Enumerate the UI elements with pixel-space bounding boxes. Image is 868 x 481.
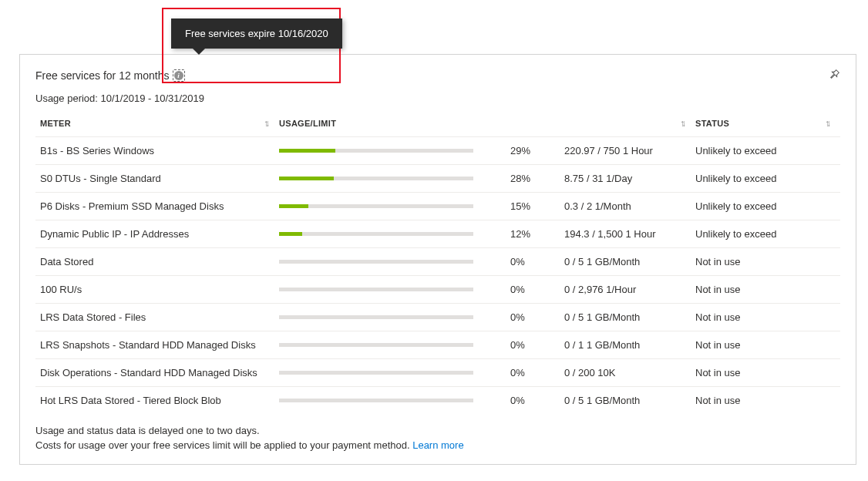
info-icon[interactable]: i [173, 69, 185, 82]
cell-usage-bar [279, 260, 510, 264]
table-row: LRS Snapshots - Standard HDD Managed Dis… [35, 331, 840, 358]
cell-limit: 0 / 5 1 GB/Month [564, 256, 695, 267]
header-meter[interactable]: METER ↑↓ [35, 118, 279, 129]
header-usage[interactable]: USAGE/LIMIT [279, 118, 510, 129]
header-meter-label: METER [40, 119, 71, 128]
cell-usage-bar [279, 177, 510, 180]
cell-pct: 0% [510, 367, 564, 378]
progress-track [279, 343, 473, 347]
cell-limit: 0.3 / 2 1/Month [564, 200, 695, 212]
title-group: Free services for 12 months i [35, 69, 185, 82]
progress-track [279, 288, 473, 291]
header-status-label: STATUS [695, 119, 729, 128]
cell-limit: 220.97 / 750 1 Hour [564, 145, 695, 156]
progress-track [279, 399, 473, 402]
header-usage-label: USAGE/LIMIT [279, 119, 336, 128]
progress-track [279, 204, 473, 208]
sort-icon: ↑↓ [825, 118, 828, 129]
cell-usage-bar [279, 371, 510, 375]
cell-status: Unlikely to exceed [695, 228, 840, 240]
progress-track [279, 371, 473, 375]
cell-limit: 0 / 5 1 GB/Month [564, 311, 695, 323]
table-row: Dynamic Public IP - IP Addresses12%194.3… [35, 220, 840, 247]
cell-status: Not in use [695, 311, 840, 323]
pin-icon[interactable] [829, 69, 840, 82]
table-row: P6 Disks - Premium SSD Managed Disks15%0… [35, 192, 840, 220]
cell-status: Unlikely to exceed [695, 200, 840, 212]
cell-usage-bar [279, 288, 510, 291]
cell-pct: 12% [510, 228, 564, 240]
progress-track [279, 232, 473, 236]
table-body[interactable]: B1s - BS Series Windows29%220.97 / 750 1… [35, 136, 840, 418]
cell-status: Not in use [695, 395, 840, 406]
cell-pct: 29% [510, 145, 564, 156]
cell-status: Not in use [695, 339, 840, 351]
panel-title: Free services for 12 months [35, 69, 170, 82]
cell-usage-bar [279, 399, 510, 402]
cell-limit: 194.3 / 1,500 1 Hour [564, 228, 695, 240]
cell-meter: P6 Disks - Premium SSD Managed Disks [35, 200, 279, 212]
cell-pct: 28% [510, 173, 564, 184]
table-row: S0 DTUs - Single Standard28%8.75 / 31 1/… [35, 164, 840, 192]
cell-usage-bar [279, 149, 510, 153]
footer-line2-wrap: Costs for usage over your free services … [35, 439, 840, 453]
cell-meter: Hot LRS Data Stored - Tiered Block Blob [35, 395, 279, 406]
progress-fill [279, 232, 302, 236]
progress-fill [279, 204, 308, 208]
cell-status: Not in use [695, 256, 840, 267]
cell-meter: Data Stored [35, 256, 279, 267]
header-pct-spacer [510, 118, 564, 129]
cell-status: Unlikely to exceed [695, 173, 840, 184]
tooltip-text: Free services expire 10/16/2020 [185, 28, 328, 39]
cell-pct: 0% [510, 339, 564, 351]
cell-limit: 0 / 200 10K [564, 367, 695, 378]
header-limit[interactable]: ↑↓ [564, 118, 695, 129]
cell-pct: 0% [510, 311, 564, 323]
progress-fill [279, 177, 334, 180]
progress-track [279, 149, 473, 153]
table-row: B1s - BS Series Windows29%220.97 / 750 1… [35, 136, 840, 164]
footer-line1: Usage and status data is delayed one to … [35, 424, 840, 439]
progress-track [279, 177, 473, 180]
sort-icon: ↑↓ [264, 118, 267, 129]
table-row: Data Stored0%0 / 5 1 GB/MonthNot in use [35, 247, 840, 275]
learn-more-link[interactable]: Learn more [412, 439, 463, 451]
cell-limit: 0 / 5 1 GB/Month [564, 395, 695, 406]
progress-fill [279, 149, 335, 153]
cell-limit: 0 / 2,976 1/Hour [564, 284, 695, 295]
cell-meter: LRS Snapshots - Standard HDD Managed Dis… [35, 339, 279, 351]
table-row: Hot LRS Data Stored - Tiered Block Blob0… [35, 386, 840, 414]
footer: Usage and status data is delayed one to … [35, 424, 840, 453]
cell-meter: S0 DTUs - Single Standard [35, 173, 279, 184]
cell-limit: 0 / 1 1 GB/Month [564, 339, 695, 351]
header-status[interactable]: STATUS ↑↓ [695, 118, 840, 129]
cell-meter: 100 RU/s [35, 284, 279, 295]
cell-status: Not in use [695, 367, 840, 378]
usage-period-text: Usage period: 10/1/2019 - 10/31/2019 [35, 92, 840, 104]
cell-pct: 0% [510, 256, 564, 267]
cell-status: Unlikely to exceed [695, 145, 840, 156]
sort-icon: ↑↓ [680, 118, 683, 129]
footer-line2: Costs for usage over your free services … [35, 439, 412, 451]
cell-usage-bar [279, 204, 510, 208]
table-row: LRS Data Stored - Files0%0 / 5 1 GB/Mont… [35, 303, 840, 331]
info-tooltip: Free services expire 10/16/2020 [171, 18, 342, 49]
cell-pct: 0% [510, 284, 564, 295]
info-icon-glyph: i [174, 71, 183, 80]
cell-meter: B1s - BS Series Windows [35, 145, 279, 156]
cell-meter: Dynamic Public IP - IP Addresses [35, 228, 279, 240]
progress-track [279, 315, 473, 319]
cell-meter: Disk Operations - Standard HDD Managed D… [35, 367, 279, 378]
table-row: Disk Operations - Standard HDD Managed D… [35, 358, 840, 386]
table-row: 100 RU/s0%0 / 2,976 1/HourNot in use [35, 275, 840, 303]
progress-track [279, 260, 473, 264]
panel-header: Free services for 12 months i [35, 69, 840, 82]
free-services-panel: Free services for 12 months i Usage peri… [19, 54, 856, 465]
table-headers: METER ↑↓ USAGE/LIMIT ↑↓ STATUS ↑↓ [35, 118, 840, 136]
cell-limit: 8.75 / 31 1/Day [564, 173, 695, 184]
cell-usage-bar [279, 343, 510, 347]
cell-pct: 0% [510, 395, 564, 406]
cell-status: Not in use [695, 284, 840, 295]
cell-pct: 15% [510, 200, 564, 212]
cell-meter: LRS Data Stored - Files [35, 311, 279, 323]
